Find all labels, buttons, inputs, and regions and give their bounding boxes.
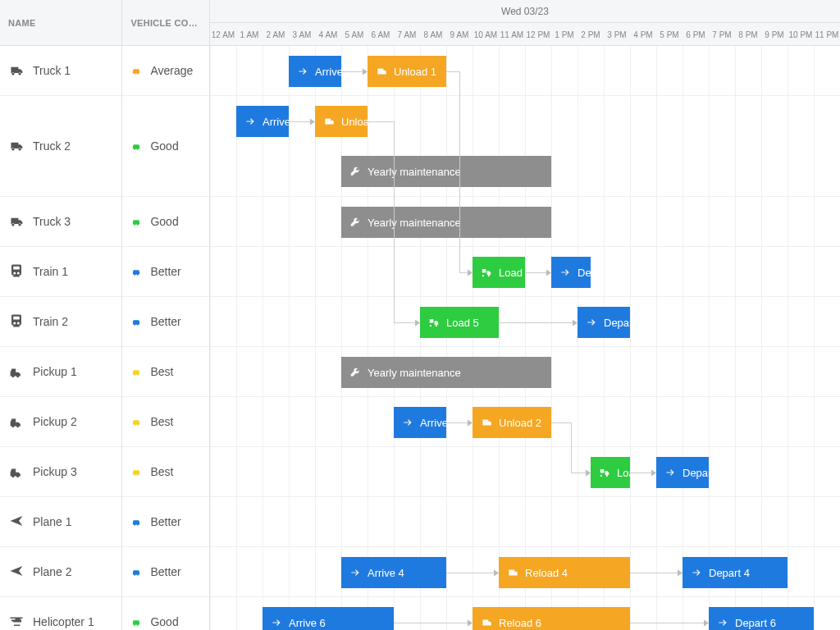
- event-gray[interactable]: Yearly maintenance: [341, 156, 551, 187]
- resource-name: Truck 2: [33, 139, 71, 153]
- event-green[interactable]: Load: [472, 257, 525, 288]
- resource-name: Pickup 2: [33, 415, 77, 428]
- condition-label: Better: [150, 565, 180, 578]
- car-icon: [130, 517, 142, 527]
- resource-name: Truck 3: [33, 215, 71, 228]
- hour-label: 10 PM: [788, 23, 814, 46]
- event-blue[interactable]: Arrive 4: [341, 557, 446, 588]
- resource-condition-cell[interactable]: Good: [122, 197, 209, 247]
- condition-label: Better: [150, 515, 180, 528]
- condition-label: Good: [150, 139, 178, 153]
- event-label: Depart: [578, 267, 591, 279]
- event-blue[interactable]: Depart: [551, 257, 591, 288]
- event-green[interactable]: Load: [591, 457, 630, 488]
- resource-row[interactable]: Helicopter 1: [0, 597, 121, 630]
- track-row[interactable]: [210, 297, 840, 347]
- event-orange[interactable]: Reload 4: [499, 557, 630, 588]
- resource-row[interactable]: Truck 2: [0, 96, 121, 197]
- hour-label: 7 AM: [394, 23, 420, 46]
- event-blue[interactable]: Arrive 6: [262, 607, 394, 630]
- resource-condition-cell[interactable]: Best: [122, 397, 209, 447]
- train-icon: [8, 263, 25, 281]
- event-label: Reload 6: [499, 617, 541, 629]
- resource-row[interactable]: Pickup 1: [0, 347, 121, 397]
- name-column-header[interactable]: NAME: [0, 0, 121, 46]
- event-blue[interactable]: Depart: [578, 307, 630, 338]
- condition-label: Best: [150, 365, 173, 378]
- track-row[interactable]: [210, 247, 840, 297]
- hour-label: 11 AM: [499, 23, 525, 46]
- event-blue[interactable]: Arrive 2: [394, 407, 446, 438]
- heli-icon: [8, 614, 25, 631]
- resource-row[interactable]: Plane 1: [0, 497, 121, 547]
- box-icon: [481, 617, 492, 628]
- event-label: Yearly maintenance: [368, 367, 461, 379]
- hour-label: 9 PM: [761, 23, 788, 46]
- resource-name: Plane 1: [33, 515, 71, 528]
- arrow-icon: [691, 567, 702, 578]
- arrow-icon: [717, 617, 728, 628]
- resource-condition-cell[interactable]: Best: [122, 447, 209, 497]
- hour-label: 3 PM: [604, 23, 630, 46]
- truck-icon: [8, 213, 25, 231]
- resource-condition-cell[interactable]: Good: [122, 597, 209, 630]
- hour-label: 3 AM: [289, 23, 315, 46]
- resource-condition-cell[interactable]: Average: [122, 46, 209, 96]
- event-gray[interactable]: Yearly maintenance: [341, 357, 551, 388]
- event-blue[interactable]: Depart 4: [682, 557, 788, 588]
- resource-condition-cell[interactable]: Better: [122, 247, 209, 297]
- event-label: Unload 1: [394, 66, 436, 78]
- resource-row[interactable]: Train 1: [0, 247, 121, 297]
- condition-label: Best: [150, 465, 173, 478]
- arrow-icon: [297, 66, 308, 77]
- hour-label: 8 AM: [420, 23, 446, 46]
- event-blue[interactable]: Depart: [656, 457, 709, 488]
- resource-row[interactable]: Truck 1: [0, 46, 121, 96]
- resource-row[interactable]: Train 2: [0, 297, 121, 347]
- box-icon: [507, 567, 518, 578]
- hour-label: 8 PM: [735, 23, 761, 46]
- event-label: Depart: [604, 317, 630, 329]
- event-orange[interactable]: Unload 2: [472, 407, 551, 438]
- condition-label: Good: [150, 615, 178, 628]
- hour-label: 9 AM: [446, 23, 472, 46]
- plane-icon: [8, 514, 25, 531]
- timeline[interactable]: Wed 03/23 12 AM1 AM2 AM3 AM4 AM5 AM6 AM7…: [210, 0, 840, 630]
- track-row[interactable]: [210, 447, 840, 497]
- resource-row[interactable]: Plane 2: [0, 547, 121, 597]
- event-blue[interactable]: Arrive 1: [289, 56, 341, 87]
- wrench-icon: [349, 367, 361, 378]
- resource-condition-cell[interactable]: Best: [122, 347, 209, 397]
- hour-label: 11 PM: [814, 23, 840, 46]
- arrow-icon: [349, 567, 361, 578]
- arrow-icon: [244, 116, 256, 127]
- resource-condition-cell[interactable]: Better: [122, 547, 209, 597]
- hour-label: 4 PM: [630, 23, 656, 46]
- hour-label: 12 AM: [210, 23, 236, 46]
- event-label: Load: [617, 467, 630, 479]
- hour-label: 12 PM: [525, 23, 551, 46]
- resource-row[interactable]: Truck 3: [0, 197, 121, 247]
- event-orange[interactable]: Reload 6: [472, 607, 630, 630]
- truck-icon: [8, 62, 25, 80]
- event-blue[interactable]: Depart 6: [709, 607, 814, 630]
- event-blue[interactable]: Arrive 2: [236, 106, 289, 137]
- event-label: Depart: [682, 467, 709, 479]
- event-orange[interactable]: Unload 1: [368, 56, 446, 87]
- resource-condition-cell[interactable]: Better: [122, 297, 209, 347]
- track-row[interactable]: [210, 497, 840, 547]
- car-icon: [130, 467, 142, 477]
- resource-name: Truck 1: [33, 64, 71, 77]
- event-gray[interactable]: Yearly maintenance: [341, 207, 551, 238]
- event-green[interactable]: Load 5: [420, 307, 499, 338]
- resource-condition-cell[interactable]: Better: [122, 497, 209, 547]
- resource-condition-cell[interactable]: Good: [122, 96, 209, 197]
- event-label: Unload 2: [499, 417, 541, 429]
- car-icon: [130, 217, 142, 226]
- resource-row[interactable]: Pickup 3: [0, 447, 121, 497]
- load-icon: [481, 267, 492, 278]
- event-orange[interactable]: Unload: [315, 106, 368, 137]
- resource-row[interactable]: Pickup 2: [0, 397, 121, 447]
- condition-column-header[interactable]: VEHICLE CO…: [122, 0, 209, 46]
- resource-name: Pickup 3: [33, 465, 77, 478]
